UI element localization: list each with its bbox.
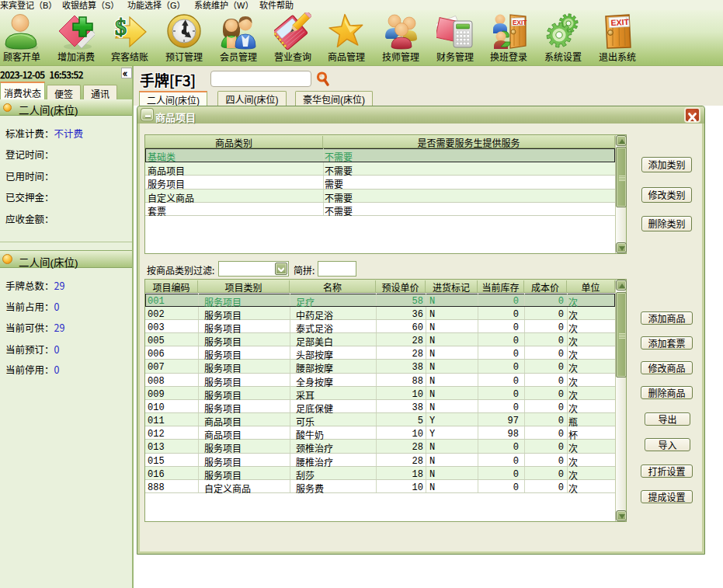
svg-text:EXIT: EXIT (513, 19, 527, 26)
svg-text:EXIT: EXIT (610, 17, 630, 27)
svg-text:$: $ (115, 14, 127, 40)
